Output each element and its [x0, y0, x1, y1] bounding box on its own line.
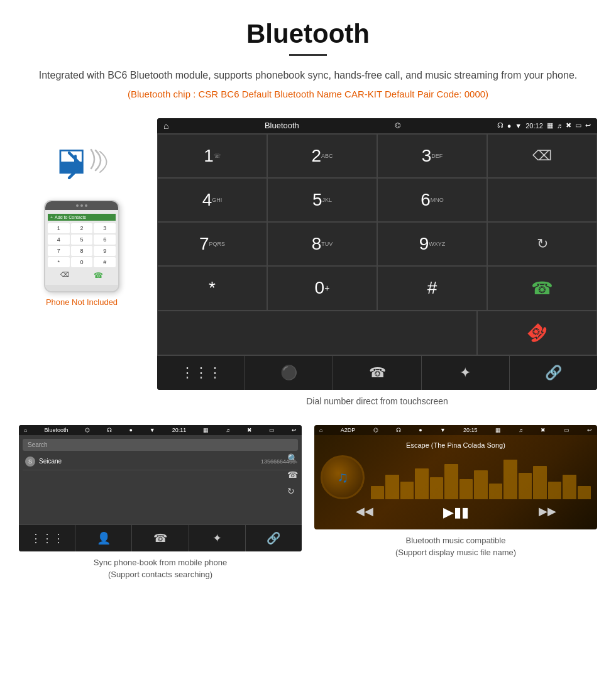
usb-icon: ⌬	[395, 121, 401, 130]
phone-key[interactable]: 3	[94, 223, 116, 233]
phone-key[interactable]: *	[48, 257, 70, 267]
dial-backspace[interactable]: ⌫	[487, 134, 597, 178]
back-icon[interactable]: ↩	[585, 121, 591, 130]
music-close-icon[interactable]: ✖	[541, 427, 546, 433]
dial-key-5[interactable]: 5 JKL	[267, 178, 377, 222]
phone-call-icon[interactable]: ☎	[94, 271, 103, 280]
play-pause-icon[interactable]: ▶▮▮	[443, 504, 469, 521]
eq-bar	[563, 475, 576, 499]
dial-end-call[interactable]: ☎	[477, 311, 597, 355]
contacts-vol-icon[interactable]: ♬	[226, 427, 230, 433]
contacts-close-icon[interactable]: ✖	[247, 427, 252, 433]
eq-bar	[371, 486, 384, 499]
contacts-app-title: Bluetooth	[44, 427, 68, 433]
page-specs: (Bluetooth chip : CSR BC6 Default Blueto…	[13, 89, 603, 99]
contacts-person-icon[interactable]: 👤	[75, 525, 132, 551]
dial-empty-1	[487, 178, 597, 222]
contacts-cam-icon[interactable]: ▦	[203, 427, 209, 433]
music-signal: ▼	[440, 427, 446, 433]
dialer-area: ⌂ Bluetooth ⌬ ☊ ● ▼ 20:12 ▦ ♬ ✖ ▭ ↩	[157, 118, 597, 419]
music-home-icon[interactable]: ⌂	[319, 427, 322, 433]
phone-keypad: 1 2 3 4 5 6 7 8 9 * 0 #	[48, 223, 116, 267]
dial-key-hash[interactable]: #	[377, 266, 487, 311]
dialer-grid: 1 ☏ 2 ABC 3 DEF ⌫ 4 GHI 5 JKL	[157, 133, 597, 311]
sidebar-call-icon[interactable]: ☎	[287, 470, 298, 480]
dial-key-7[interactable]: 7 PQRS	[157, 222, 267, 266]
music-vol-icon[interactable]: ♬	[519, 427, 523, 433]
phone-delete-icon[interactable]: ⌫	[60, 271, 69, 280]
close-icon[interactable]: ✖	[566, 121, 571, 130]
main-content: ⬓ +Add to Contacts	[0, 118, 616, 419]
contacts-phone-icon[interactable]: ☎	[132, 525, 189, 551]
music-cam-icon[interactable]: ▦	[495, 427, 501, 433]
bottom-screenshots: ⌂ Bluetooth ⌬ ☊ ● ▼ 20:11 ▦ ♬ ✖ ▭ ↩ Sear…	[0, 425, 616, 581]
phone-mockup: +Add to Contacts 1 2 3 4 5 6 7 8 9 * 0 #	[44, 200, 119, 292]
eq-bar	[385, 475, 399, 499]
dial-key-4[interactable]: 4 GHI	[157, 178, 267, 222]
app-title: Bluetooth	[265, 121, 299, 130]
phone-key[interactable]: 7	[48, 246, 70, 256]
contact-row[interactable]: S Seicane 13566664466	[23, 453, 298, 470]
contacts-bt-bottom-icon[interactable]: ✦	[189, 525, 246, 551]
dial-call-green[interactable]: ☎	[487, 266, 597, 311]
music-statusbar: ⌂ A2DP ⌬ ☊ ● ▼ 20:15 ▦ ♬ ✖ ▭ ↩	[314, 425, 597, 435]
dial-key-9[interactable]: 9 WXYZ	[377, 222, 487, 266]
wifi-waves-icon	[88, 147, 110, 179]
phone-icon[interactable]: ☎	[333, 356, 421, 390]
home-icon[interactable]: ⌂	[163, 121, 168, 131]
album-art: ♫	[321, 455, 365, 499]
contacts-signal: ▼	[150, 427, 155, 433]
dialpad-icon[interactable]: ⋮⋮⋮	[157, 356, 245, 390]
phone-key[interactable]: #	[94, 257, 116, 267]
phone-area: ⬓ +Add to Contacts	[19, 118, 145, 419]
dial-endcall-row: ☎	[157, 311, 597, 355]
link-icon[interactable]: 🔗	[510, 356, 597, 390]
phone-key[interactable]: 1	[48, 223, 70, 233]
contacts-window-icon[interactable]: ▭	[269, 427, 275, 433]
statusbar-right: ☊ ● ▼ 20:12 ▦ ♬ ✖ ▭ ↩	[497, 121, 591, 130]
contacts-time: 20:11	[172, 427, 187, 433]
music-screenshot-wrap: ⌂ A2DP ⌬ ☊ ● ▼ 20:15 ▦ ♬ ✖ ▭ ↩ Escape (T…	[314, 425, 597, 581]
bt-bottom-icon[interactable]: ✦	[422, 356, 510, 390]
music-caption: Bluetooth music compatible (Support disp…	[314, 534, 597, 559]
contacts-usb-icon: ⌬	[85, 427, 90, 433]
dial-key-star[interactable]: *	[157, 266, 267, 311]
prev-track-icon[interactable]: ◀◀	[356, 504, 373, 521]
contacts-link-icon[interactable]: 🔗	[246, 525, 302, 551]
album-bt-icon: ♫	[337, 468, 348, 486]
phone-key[interactable]: 4	[48, 235, 70, 245]
dial-key-1[interactable]: 1 ☏	[157, 134, 267, 178]
dial-key-8[interactable]: 8 TUV	[267, 222, 377, 266]
phone-key[interactable]: 0	[71, 257, 93, 267]
phone-key[interactable]: 8	[71, 246, 93, 256]
window-icon[interactable]: ▭	[575, 121, 581, 130]
search-bar[interactable]: Search	[23, 439, 298, 451]
sidebar-search-icon[interactable]: 🔍	[287, 453, 298, 463]
dial-key-6[interactable]: 6 MNO	[377, 178, 487, 222]
eq-bar	[489, 484, 502, 499]
contacts-icon[interactable]: ⚫	[245, 356, 333, 390]
phone-key[interactable]: 6	[94, 235, 116, 245]
eq-bar	[533, 466, 546, 499]
contacts-loc-icon: ●	[129, 427, 132, 433]
dial-key-2[interactable]: 2 ABC	[267, 134, 377, 178]
eq-bar	[548, 482, 561, 499]
music-loc-icon: ●	[419, 427, 422, 433]
dial-key-3[interactable]: 3 DEF	[377, 134, 487, 178]
music-back-icon[interactable]: ↩	[587, 427, 592, 433]
phone-key[interactable]: 2	[71, 223, 93, 233]
volume-icon[interactable]: ♬	[557, 122, 562, 130]
music-window-icon[interactable]: ▭	[564, 427, 569, 433]
dial-key-0[interactable]: 0+	[267, 266, 377, 311]
contacts-dialpad-icon[interactable]: ⋮⋮⋮	[19, 525, 75, 551]
music-time: 20:15	[463, 427, 478, 433]
next-track-icon[interactable]: ▶▶	[539, 504, 556, 521]
sidebar-refresh-icon[interactable]: ↻	[287, 486, 298, 496]
camera-icon[interactable]: ▦	[547, 121, 553, 130]
phone-key[interactable]: 9	[94, 246, 116, 256]
contacts-home-icon[interactable]: ⌂	[24, 427, 27, 433]
search-placeholder: Search	[28, 441, 48, 448]
phone-key[interactable]: 5	[71, 235, 93, 245]
contacts-back-icon[interactable]: ↩	[292, 427, 297, 433]
dial-refresh[interactable]: ↻	[487, 222, 597, 266]
